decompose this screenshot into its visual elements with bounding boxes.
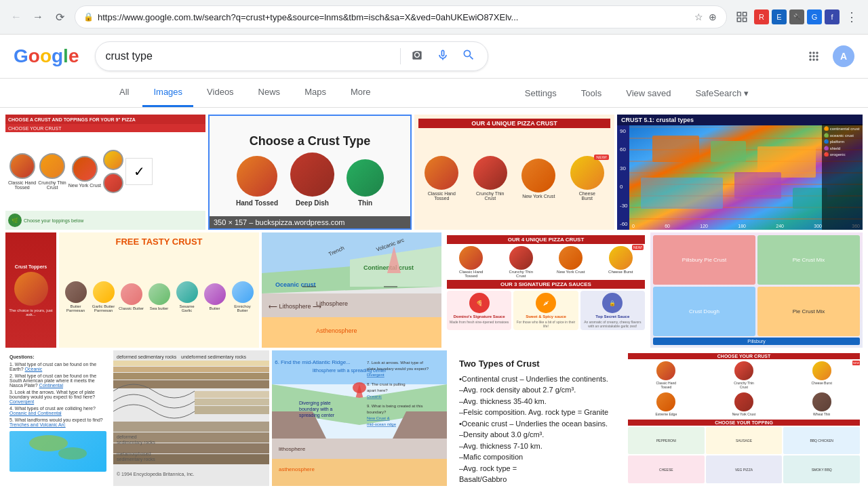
svg-text:apart here?: apart here? bbox=[367, 388, 388, 392]
view-saved-button[interactable]: View saved bbox=[615, 81, 682, 105]
safesearch-button[interactable]: SafeSearch ▾ bbox=[684, 81, 760, 105]
google-logo[interactable]: Google bbox=[14, 45, 79, 67]
svg-rect-27 bbox=[195, 406, 269, 414]
svg-rect-1 bbox=[743, 12, 747, 16]
img-block-2[interactable]: Choose a Crust Type Hand Tossed Deep Dis… bbox=[208, 115, 412, 230]
nav-right: Settings Tools View saved SafeSearch ▾ bbox=[514, 81, 760, 105]
logo-e: e bbox=[68, 45, 79, 66]
search-box[interactable] bbox=[95, 41, 488, 71]
svg-text:deformed sedimentary rocks: deformed sedimentary rocks bbox=[117, 354, 177, 360]
settings-button[interactable]: Settings bbox=[514, 81, 568, 105]
svg-text:© 1994 Encyclopedia Britannica: © 1994 Encyclopedia Britannica, Inc. bbox=[117, 472, 195, 477]
secure-icon: 🔒 bbox=[83, 12, 94, 22]
logo-g: G bbox=[14, 45, 28, 66]
svg-rect-21 bbox=[113, 361, 269, 366]
ext-icon-1[interactable]: R bbox=[754, 9, 769, 24]
img-block-9[interactable]: Pillsbury Pie Crust Pie Crust Mix Crust … bbox=[650, 232, 863, 348]
svg-rect-3 bbox=[743, 18, 747, 22]
img-block-4[interactable]: CRUST 5.1: crustal types 9060300-30-60 bbox=[617, 115, 863, 230]
tab-news[interactable]: News bbox=[248, 79, 292, 107]
img-block-14[interactable]: CHOOSE YOUR CRUST Classic HandTossed Cru… bbox=[625, 350, 863, 486]
svg-text:lithosphere: lithosphere bbox=[279, 446, 306, 452]
tab-more[interactable]: More bbox=[340, 79, 382, 107]
svg-text:Lithosphere: Lithosphere bbox=[316, 300, 348, 307]
camera-search-button[interactable] bbox=[408, 47, 427, 66]
apps-button[interactable] bbox=[802, 44, 826, 68]
img-block-10[interactable]: Questions: 1. What type of crust can be … bbox=[5, 350, 111, 486]
search-divider bbox=[400, 48, 401, 64]
ext-icon-5[interactable]: f bbox=[825, 9, 840, 24]
img-block-13[interactable]: Two Types of Crust •Continental crust – … bbox=[450, 350, 623, 486]
svg-text:mid-ocean ridge: mid-ocean ridge bbox=[367, 422, 397, 426]
svg-text:asthenosphere: asthenosphere bbox=[279, 466, 315, 472]
ext-icon-3[interactable]: 🔌 bbox=[789, 9, 804, 24]
reload-button[interactable]: ⟳ bbox=[50, 7, 69, 26]
search-input[interactable] bbox=[105, 50, 393, 62]
img-block-5[interactable]: Crust Toppers The choice is yours, just … bbox=[5, 232, 56, 348]
avatar[interactable]: A bbox=[833, 45, 854, 67]
search-button[interactable] bbox=[459, 47, 478, 66]
tab-images[interactable]: Images bbox=[142, 79, 193, 107]
tab-videos[interactable]: Videos bbox=[196, 79, 245, 107]
img-block-7[interactable]: Oceanic crust Continental crust ⟵ Lithos… bbox=[262, 232, 441, 348]
svg-text:7. Look at arrows. What type o: 7. Look at arrows. What type of bbox=[367, 361, 423, 365]
tab-news-label: News bbox=[258, 87, 281, 97]
extension-button[interactable]: ⊕ bbox=[707, 10, 718, 24]
logo-g2: g bbox=[52, 45, 63, 66]
tab-images-label: Images bbox=[153, 87, 182, 97]
bookmark-star-button[interactable]: ☆ bbox=[693, 10, 705, 24]
svg-text:boundary?: boundary? bbox=[367, 410, 387, 414]
svg-rect-28 bbox=[113, 422, 269, 432]
tab-maps[interactable]: Maps bbox=[294, 79, 337, 107]
svg-text:New Crust &: New Crust & bbox=[367, 416, 390, 420]
svg-text:sedimentary rocks: sedimentary rocks bbox=[117, 440, 155, 445]
img-block-6[interactable]: FREE TASTY CRUST Butter Parmesan Garlic … bbox=[59, 232, 259, 348]
image-row-1: CHOOSE A CRUST AND TOPPINGS FOR YOUR 9" … bbox=[0, 115, 868, 230]
address-bar[interactable]: 🔒 https://www.google.com.tw/search?q=cru… bbox=[75, 5, 727, 28]
tab-all[interactable]: All bbox=[108, 79, 140, 107]
svg-text:deformed: deformed bbox=[117, 434, 137, 439]
img-block-8[interactable]: OUR 4 UNIQUE PIZZA CRUST Classic HandTos… bbox=[444, 232, 648, 348]
img-block-3[interactable]: OUR 4 UNIQUE PIZZA CRUST Classic HandTos… bbox=[414, 115, 614, 230]
svg-text:plate boundary would you expec: plate boundary would you expect? bbox=[367, 367, 429, 371]
img-block-11[interactable]: deformed sedimentary rocks undeformed se… bbox=[113, 350, 269, 486]
browser-toolbar: ← → ⟳ 🔒 https://www.google.com.tw/search… bbox=[0, 0, 868, 34]
svg-rect-0 bbox=[737, 12, 741, 16]
nav-tabs: All Images Videos News Maps More Setting… bbox=[0, 79, 868, 108]
ext-icon-4[interactable]: G bbox=[807, 9, 822, 24]
back-button[interactable]: ← bbox=[7, 7, 26, 26]
ext-icon-2[interactable]: E bbox=[772, 9, 787, 24]
header-right: A bbox=[802, 44, 854, 68]
forward-button[interactable]: → bbox=[28, 7, 47, 26]
browser-chrome: ← → ⟳ 🔒 https://www.google.com.tw/search… bbox=[0, 0, 868, 35]
nav-buttons: ← → ⟳ bbox=[7, 7, 69, 26]
svg-text:undeformed sedimentary rocks: undeformed sedimentary rocks bbox=[181, 354, 247, 360]
svg-rect-43 bbox=[272, 459, 447, 486]
svg-rect-2 bbox=[737, 18, 741, 22]
svg-text:9. What is being created at th: 9. What is being created at this bbox=[367, 404, 422, 408]
google-header: Google A bbox=[0, 35, 868, 79]
img-block-1[interactable]: CHOOSE A CRUST AND TOPPINGS FOR YOUR 9" … bbox=[5, 115, 205, 230]
svg-text:boundary with a: boundary with a bbox=[299, 407, 333, 412]
svg-text:Oceanic: Oceanic bbox=[367, 394, 382, 399]
svg-text:metamorphosed: metamorphosed bbox=[117, 451, 151, 457]
main-content: CHOOSE A CRUST AND TOPPINGS FOR YOUR 9" … bbox=[0, 108, 868, 488]
tab-all-label: All bbox=[119, 87, 129, 97]
svg-rect-22 bbox=[113, 367, 269, 372]
image-row-2: Crust Toppers The choice is yours, just … bbox=[0, 232, 868, 348]
img-block-12[interactable]: 6. Find the mid-Atlantic Ridge... lithos… bbox=[272, 350, 447, 486]
tab-videos-label: Videos bbox=[207, 87, 234, 97]
tools-button[interactable]: Tools bbox=[570, 81, 612, 105]
tab-maps-label: Maps bbox=[304, 87, 326, 97]
more-options-button[interactable]: ⋮ bbox=[842, 7, 861, 26]
extensions-button[interactable] bbox=[732, 7, 751, 26]
address-icons: ☆ ⊕ bbox=[693, 10, 718, 24]
svg-text:spreading center: spreading center bbox=[299, 413, 335, 418]
url-text: https://www.google.com.tw/search?q=crust… bbox=[98, 12, 689, 22]
svg-text:⟵ Lithosphere ⟶: ⟵ Lithosphere ⟶ bbox=[269, 303, 321, 310]
voice-search-button[interactable] bbox=[433, 47, 452, 66]
svg-rect-23 bbox=[113, 373, 269, 380]
svg-text:Diverging plate: Diverging plate bbox=[299, 401, 331, 406]
svg-text:Asthenosphere: Asthenosphere bbox=[316, 327, 357, 334]
logo-l: l bbox=[63, 45, 68, 66]
